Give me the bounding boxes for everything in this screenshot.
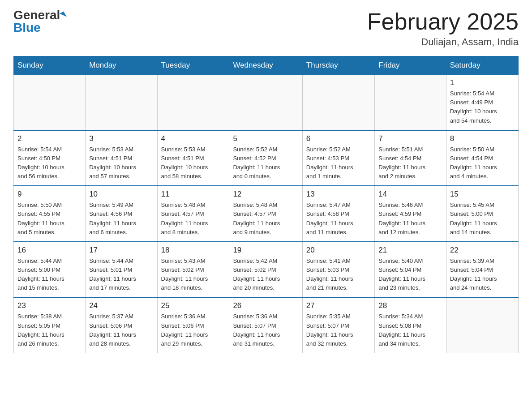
day-info: Sunrise: 5:37 AM Sunset: 5:06 PM Dayligh…: [89, 312, 153, 348]
logo-general: General: [13, 9, 60, 21]
page-header: General Blue February 2025 Duliajan, Ass…: [13, 9, 519, 48]
weekday-header-wednesday: Wednesday: [229, 56, 302, 75]
day-info: Sunrise: 5:36 AM Sunset: 5:06 PM Dayligh…: [161, 312, 226, 348]
day-info: Sunrise: 5:50 AM Sunset: 4:55 PM Dayligh…: [17, 201, 82, 237]
calendar-cell: [157, 75, 229, 130]
weekday-header-sunday: Sunday: [14, 56, 86, 75]
calendar-cell: 21Sunrise: 5:40 AM Sunset: 5:04 PM Dayli…: [375, 242, 446, 298]
month-title: February 2025: [367, 9, 519, 34]
calendar-week-4: 16Sunrise: 5:44 AM Sunset: 5:00 PM Dayli…: [14, 242, 519, 298]
calendar-cell: 8Sunrise: 5:50 AM Sunset: 4:54 PM Daylig…: [446, 130, 518, 186]
calendar-cell: [86, 75, 157, 130]
calendar-cell: 9Sunrise: 5:50 AM Sunset: 4:55 PM Daylig…: [14, 186, 86, 242]
day-info: Sunrise: 5:41 AM Sunset: 5:03 PM Dayligh…: [306, 257, 371, 293]
calendar-cell: 28Sunrise: 5:34 AM Sunset: 5:08 PM Dayli…: [375, 297, 446, 353]
calendar-cell: 22Sunrise: 5:39 AM Sunset: 5:04 PM Dayli…: [446, 242, 518, 298]
logo-arrow-icon: [60, 11, 67, 19]
calendar-week-5: 23Sunrise: 5:38 AM Sunset: 5:05 PM Dayli…: [14, 297, 519, 353]
logo-blue: Blue: [13, 21, 41, 34]
calendar-cell: 6Sunrise: 5:52 AM Sunset: 4:53 PM Daylig…: [302, 130, 375, 186]
day-info: Sunrise: 5:42 AM Sunset: 5:02 PM Dayligh…: [233, 257, 298, 293]
weekday-header-friday: Friday: [375, 56, 446, 75]
day-number: 21: [378, 246, 442, 255]
calendar-cell: 4Sunrise: 5:53 AM Sunset: 4:51 PM Daylig…: [157, 130, 229, 186]
day-info: Sunrise: 5:49 AM Sunset: 4:56 PM Dayligh…: [89, 201, 153, 237]
calendar-cell: [302, 75, 375, 130]
day-number: 10: [89, 190, 153, 199]
calendar-cell: 15Sunrise: 5:45 AM Sunset: 5:00 PM Dayli…: [446, 186, 518, 242]
day-info: Sunrise: 5:40 AM Sunset: 5:04 PM Dayligh…: [378, 257, 442, 293]
calendar-cell: 23Sunrise: 5:38 AM Sunset: 5:05 PM Dayli…: [14, 297, 86, 353]
location-title: Duliajan, Assam, India: [367, 36, 519, 48]
title-area: February 2025 Duliajan, Assam, India: [367, 9, 519, 48]
calendar-cell: 10Sunrise: 5:49 AM Sunset: 4:56 PM Dayli…: [86, 186, 157, 242]
calendar-cell: 26Sunrise: 5:36 AM Sunset: 5:07 PM Dayli…: [229, 297, 302, 353]
calendar-cell: [375, 75, 446, 130]
day-info: Sunrise: 5:44 AM Sunset: 5:01 PM Dayligh…: [89, 257, 153, 293]
calendar-cell: 11Sunrise: 5:48 AM Sunset: 4:57 PM Dayli…: [157, 186, 229, 242]
day-number: 24: [89, 301, 153, 310]
day-number: 27: [306, 301, 371, 310]
day-number: 1: [450, 78, 515, 87]
day-info: Sunrise: 5:50 AM Sunset: 4:54 PM Dayligh…: [450, 145, 515, 181]
calendar-week-3: 9Sunrise: 5:50 AM Sunset: 4:55 PM Daylig…: [14, 186, 519, 242]
day-number: 18: [161, 246, 226, 255]
calendar-cell: [446, 297, 518, 353]
day-number: 9: [17, 190, 82, 199]
calendar-cell: [229, 75, 302, 130]
day-info: Sunrise: 5:52 AM Sunset: 4:53 PM Dayligh…: [306, 145, 371, 181]
day-number: 25: [161, 301, 226, 310]
day-number: 4: [161, 134, 226, 143]
day-info: Sunrise: 5:52 AM Sunset: 4:52 PM Dayligh…: [233, 145, 298, 181]
day-number: 13: [306, 190, 371, 199]
day-info: Sunrise: 5:36 AM Sunset: 5:07 PM Dayligh…: [233, 312, 298, 348]
day-info: Sunrise: 5:54 AM Sunset: 4:50 PM Dayligh…: [17, 145, 82, 181]
day-number: 15: [450, 190, 515, 199]
weekday-header-row: SundayMondayTuesdayWednesdayThursdayFrid…: [14, 56, 519, 75]
calendar-header: SundayMondayTuesdayWednesdayThursdayFrid…: [14, 56, 519, 75]
day-number: 2: [17, 134, 82, 143]
day-info: Sunrise: 5:48 AM Sunset: 4:57 PM Dayligh…: [161, 201, 226, 237]
calendar-cell: 24Sunrise: 5:37 AM Sunset: 5:06 PM Dayli…: [86, 297, 157, 353]
day-number: 6: [306, 134, 371, 143]
day-number: 17: [89, 246, 153, 255]
day-info: Sunrise: 5:38 AM Sunset: 5:05 PM Dayligh…: [17, 312, 82, 348]
day-number: 20: [306, 246, 371, 255]
day-number: 3: [89, 134, 153, 143]
day-info: Sunrise: 5:46 AM Sunset: 4:59 PM Dayligh…: [378, 201, 442, 237]
calendar-cell: 18Sunrise: 5:43 AM Sunset: 5:02 PM Dayli…: [157, 242, 229, 298]
weekday-header-thursday: Thursday: [302, 56, 375, 75]
calendar-cell: 16Sunrise: 5:44 AM Sunset: 5:00 PM Dayli…: [14, 242, 86, 298]
day-number: 7: [378, 134, 442, 143]
calendar-cell: 7Sunrise: 5:51 AM Sunset: 4:54 PM Daylig…: [375, 130, 446, 186]
calendar-cell: 12Sunrise: 5:48 AM Sunset: 4:57 PM Dayli…: [229, 186, 302, 242]
calendar-body: 1Sunrise: 5:54 AM Sunset: 4:49 PM Daylig…: [14, 75, 519, 353]
calendar-cell: 17Sunrise: 5:44 AM Sunset: 5:01 PM Dayli…: [86, 242, 157, 298]
day-number: 19: [233, 246, 298, 255]
day-number: 16: [17, 246, 82, 255]
calendar-cell: 2Sunrise: 5:54 AM Sunset: 4:50 PM Daylig…: [14, 130, 86, 186]
calendar-table: SundayMondayTuesdayWednesdayThursdayFrid…: [13, 56, 519, 353]
day-number: 28: [378, 301, 442, 310]
day-info: Sunrise: 5:34 AM Sunset: 5:08 PM Dayligh…: [378, 312, 442, 348]
day-number: 26: [233, 301, 298, 310]
day-info: Sunrise: 5:39 AM Sunset: 5:04 PM Dayligh…: [450, 257, 515, 293]
day-info: Sunrise: 5:54 AM Sunset: 4:49 PM Dayligh…: [450, 89, 515, 125]
weekday-header-tuesday: Tuesday: [157, 56, 229, 75]
calendar-cell: 1Sunrise: 5:54 AM Sunset: 4:49 PM Daylig…: [446, 75, 518, 130]
calendar-cell: 13Sunrise: 5:47 AM Sunset: 4:58 PM Dayli…: [302, 186, 375, 242]
day-info: Sunrise: 5:53 AM Sunset: 4:51 PM Dayligh…: [161, 145, 226, 181]
day-info: Sunrise: 5:51 AM Sunset: 4:54 PM Dayligh…: [378, 145, 442, 181]
day-number: 11: [161, 190, 226, 199]
calendar-cell: 25Sunrise: 5:36 AM Sunset: 5:06 PM Dayli…: [157, 297, 229, 353]
day-number: 5: [233, 134, 298, 143]
calendar-week-1: 1Sunrise: 5:54 AM Sunset: 4:49 PM Daylig…: [14, 75, 519, 130]
day-number: 8: [450, 134, 515, 143]
day-info: Sunrise: 5:44 AM Sunset: 5:00 PM Dayligh…: [17, 257, 82, 293]
calendar-week-2: 2Sunrise: 5:54 AM Sunset: 4:50 PM Daylig…: [14, 130, 519, 186]
calendar-cell: 20Sunrise: 5:41 AM Sunset: 5:03 PM Dayli…: [302, 242, 375, 298]
day-number: 14: [378, 190, 442, 199]
calendar-cell: 27Sunrise: 5:35 AM Sunset: 5:07 PM Dayli…: [302, 297, 375, 353]
day-info: Sunrise: 5:53 AM Sunset: 4:51 PM Dayligh…: [89, 145, 153, 181]
day-number: 12: [233, 190, 298, 199]
